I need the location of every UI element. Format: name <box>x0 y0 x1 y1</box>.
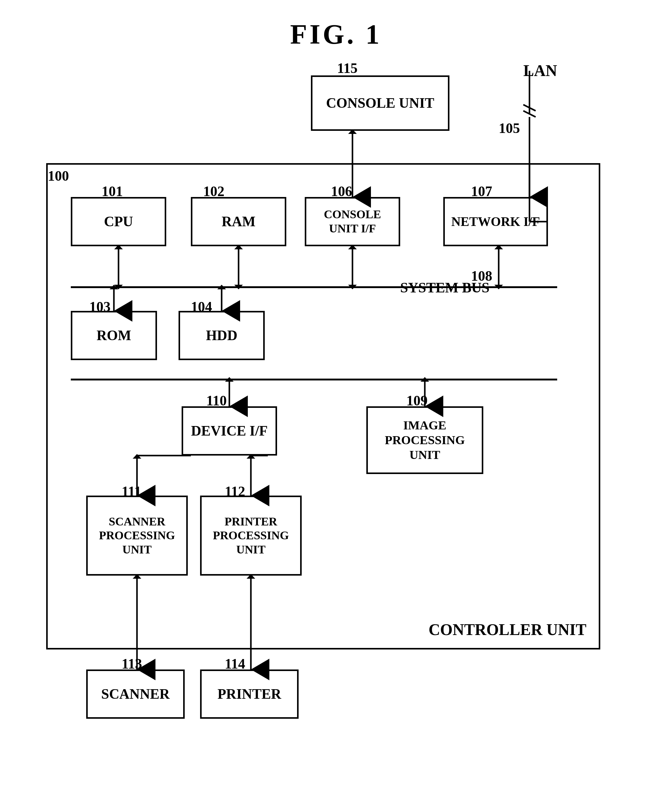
ref-105-label: 105 <box>499 120 520 136</box>
console-unit-box: CONSOLE UNIT <box>311 75 450 131</box>
scanner-box: SCANNER <box>86 669 185 719</box>
lan-label: LAN <box>523 62 557 80</box>
rom-box: ROM <box>71 311 157 360</box>
device-if-box: DEVICE I/F <box>182 406 277 456</box>
scanner-processing-box: SCANNERPROCESSINGUNIT <box>86 496 188 576</box>
hdd-box: HDD <box>179 311 265 360</box>
ram-box: RAM <box>191 197 286 246</box>
controller-unit-label: CONTROLLER UNIT <box>428 621 587 639</box>
network-if-box: NETWORK I/F <box>443 197 548 246</box>
printer-box: PRINTER <box>200 669 299 719</box>
system-bus-bottom-line <box>71 379 557 381</box>
figure-title: FIG. 1 <box>0 18 672 50</box>
ref-115-label: 115 <box>337 60 358 76</box>
console-unit-if-box: CONSOLEUNIT I/F <box>305 197 400 246</box>
system-bus-top-line <box>71 286 557 288</box>
cpu-box: CPU <box>71 197 166 246</box>
page: FIG. 1 100 CONTROLLER UNIT 115 CONSOLE U… <box>0 0 672 808</box>
printer-processing-box: PRINTERPROCESSINGUNIT <box>200 496 302 576</box>
image-processing-box: IMAGEPROCESSINGUNIT <box>366 406 483 474</box>
svg-line-8 <box>523 111 536 117</box>
svg-line-7 <box>523 105 536 111</box>
